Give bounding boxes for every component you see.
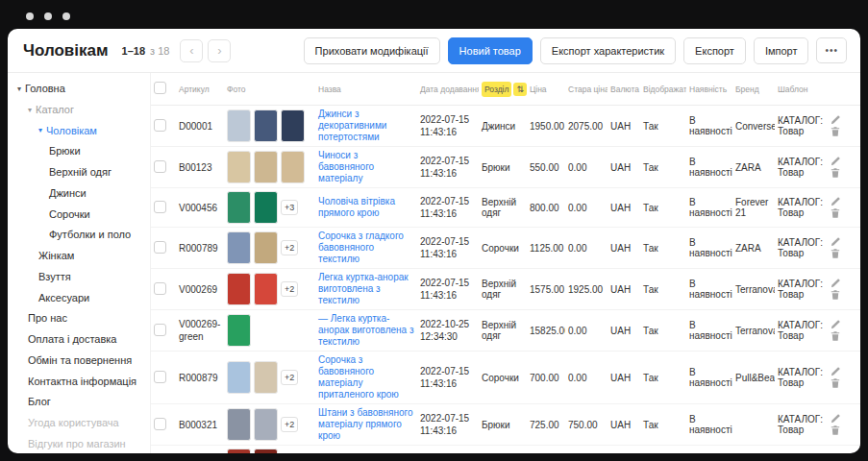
product-name-link[interactable]: Штани з бавовняного матеріалу прямого кр… — [318, 407, 414, 442]
more-photos-badge[interactable]: +3 — [281, 200, 298, 215]
column-header-price[interactable]: Ціна — [527, 73, 565, 106]
row-checkbox[interactable] — [154, 371, 166, 383]
sidebar-item-взуття[interactable]: Взуття — [8, 267, 150, 288]
row-checkbox[interactable] — [154, 324, 166, 336]
product-photo-thumbnail[interactable] — [227, 361, 251, 394]
sidebar-item-відгуки-про-магазин[interactable]: Відгуки про магазин — [8, 434, 150, 453]
more-photos-badge[interactable]: +2 — [281, 370, 298, 385]
product-photo-thumbnail[interactable] — [227, 151, 251, 183]
sidebar-item-головна[interactable]: ▾Головна — [8, 79, 150, 100]
pagination-prev-button[interactable]: ‹ — [180, 39, 203, 62]
window-control-dot[interactable] — [44, 12, 52, 20]
delete-icon[interactable] — [830, 330, 841, 342]
product-photo-thumbnail[interactable] — [227, 314, 251, 347]
delete-icon[interactable] — [830, 289, 841, 301]
column-header-template[interactable]: Шаблон — [775, 73, 827, 106]
product-photo-thumbnail[interactable] — [254, 109, 278, 142]
product-name-link[interactable]: Сорочка з гладкого бавовняного текстилю — [318, 230, 414, 265]
column-header-date[interactable]: Дата додавання — [417, 73, 479, 106]
product-photo-thumbnail[interactable] — [254, 151, 278, 183]
column-header-photo[interactable]: Фото — [224, 73, 315, 106]
product-photo-thumbnail[interactable] — [254, 408, 278, 441]
product-photo-thumbnail[interactable] — [254, 191, 278, 224]
product-photo-thumbnail[interactable] — [254, 273, 278, 305]
product-name-link[interactable]: Чиноси з бавовняного матеріалу — [318, 150, 414, 184]
edit-icon[interactable] — [830, 114, 841, 126]
product-name-link[interactable]: — Легка куртка-анорак виготовлена з текс… — [318, 313, 414, 348]
edit-icon[interactable] — [830, 413, 841, 425]
edit-icon[interactable] — [830, 278, 841, 289]
row-checkbox[interactable] — [154, 119, 166, 132]
product-name-link[interactable]: Чоловіча вітрівка прямого крою — [318, 196, 414, 219]
sidebar-item-футболки-и-поло[interactable]: Футболки и поло — [8, 225, 150, 246]
column-header-currency[interactable]: Валюта — [608, 73, 640, 106]
product-photo-thumbnail[interactable] — [227, 109, 251, 142]
sidebar-item-каталог[interactable]: ▾Каталог — [8, 100, 150, 121]
pagination-next-button[interactable]: › — [208, 39, 231, 62]
sidebar-item-брюки[interactable]: Брюки — [8, 141, 150, 162]
edit-icon[interactable] — [830, 196, 841, 207]
more-photos-badge[interactable]: +2 — [281, 417, 298, 432]
column-header-availability[interactable]: Наявність — [686, 73, 732, 106]
row-checkbox[interactable] — [154, 201, 166, 213]
edit-icon[interactable] — [830, 236, 841, 248]
edit-icon[interactable] — [830, 319, 841, 330]
product-photo-thumbnail[interactable] — [281, 151, 305, 183]
window-control-dot[interactable] — [26, 12, 34, 20]
row-checkbox[interactable] — [154, 418, 166, 430]
edit-icon[interactable] — [830, 366, 841, 377]
sidebar-item-жінкам[interactable]: Жінкам — [8, 246, 150, 267]
sidebar-item-сорочки[interactable]: Сорочки — [8, 205, 150, 226]
sidebar-item-угода-користувача[interactable]: Угода користувача — [8, 413, 150, 434]
sidebar-item-про-нас[interactable]: Про нас — [8, 308, 150, 329]
import-button[interactable]: Імпорт — [754, 37, 809, 64]
column-header-display[interactable]: Відображати — [640, 73, 686, 106]
column-header-old_price[interactable]: Стара ціна — [565, 73, 608, 106]
window-control-dot[interactable] — [62, 12, 70, 20]
delete-icon[interactable] — [830, 167, 841, 179]
delete-icon[interactable] — [830, 207, 841, 219]
product-photo-thumbnail[interactable] — [227, 191, 251, 224]
product-photo-thumbnail[interactable] — [281, 109, 305, 142]
sidebar-item-джинси[interactable]: Джинси — [8, 183, 150, 205]
hide-modifications-button[interactable]: Приховати модифікації — [304, 37, 440, 64]
sort-icon[interactable]: ⇅ — [513, 83, 527, 96]
new-product-button[interactable]: Новий товар — [448, 37, 533, 64]
more-photos-badge[interactable]: +2 — [281, 281, 298, 297]
delete-icon[interactable] — [830, 377, 841, 389]
sidebar-item-блог[interactable]: Блог — [8, 392, 150, 413]
delete-icon[interactable] — [830, 248, 841, 259]
column-header-name[interactable]: Назва — [315, 73, 417, 106]
product-photo-thumbnail[interactable] — [227, 408, 251, 441]
product-photo-thumbnail[interactable] — [254, 231, 278, 264]
row-checkbox[interactable] — [154, 160, 166, 173]
sidebar-item-обмін-та-повернення[interactable]: Обмін та повернення — [8, 351, 150, 372]
product-name-link[interactable]: Легка куртка-анорак виготовлена з тексти… — [318, 272, 414, 306]
product-photo-thumbnail[interactable] — [254, 361, 278, 394]
select-all-checkbox[interactable] — [154, 82, 166, 94]
column-header-article[interactable]: Артикул — [176, 73, 224, 106]
row-checkbox[interactable] — [154, 241, 166, 254]
product-name-link[interactable]: Джинси з декоративними потертостями — [318, 109, 414, 143]
delete-icon[interactable] — [830, 425, 841, 436]
product-photo-thumbnail[interactable] — [227, 449, 251, 453]
sidebar-item-верхній-одяг[interactable]: Верхній одяг — [8, 162, 150, 183]
sidebar-item-аксесуари[interactable]: Аксесуари — [8, 288, 150, 309]
name-cell: — Легка куртка-анорак виготовлена з текс… — [315, 310, 417, 352]
product-photo-thumbnail[interactable] — [227, 273, 251, 305]
column-header-section[interactable]: Розділ⇅ — [479, 73, 527, 106]
row-checkbox[interactable] — [154, 282, 166, 295]
delete-icon[interactable] — [830, 126, 841, 137]
export-characteristics-button[interactable]: Експорт характеристик — [540, 37, 676, 64]
sidebar-item-контактна-інформація[interactable]: Контактна інформація — [8, 372, 150, 393]
edit-icon[interactable] — [830, 156, 841, 167]
more-button[interactable]: ••• — [816, 37, 847, 63]
product-photo-thumbnail[interactable] — [227, 231, 251, 264]
column-header-brand[interactable]: Бренд — [732, 73, 775, 106]
export-button[interactable]: Експорт — [683, 37, 746, 64]
more-photos-badge[interactable]: +2 — [281, 240, 298, 255]
product-name-link[interactable]: Сорочка з бавовняного матеріалу притален… — [318, 354, 414, 400]
sidebar-item-оплата-і-доставка[interactable]: Оплата і доставка — [8, 329, 150, 351]
sidebar-item-чоловікам[interactable]: ▾Чоловікам — [8, 121, 150, 142]
product-photo-thumbnail[interactable] — [254, 449, 278, 453]
